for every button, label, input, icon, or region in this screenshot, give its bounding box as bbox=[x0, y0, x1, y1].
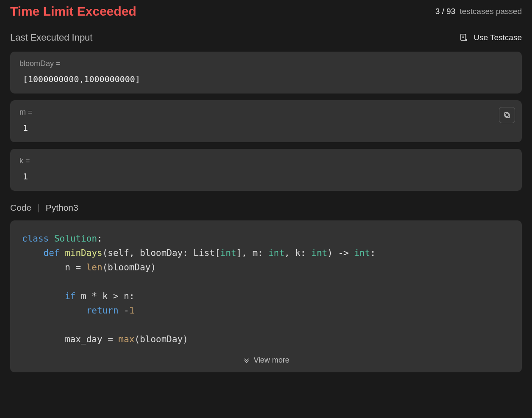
testcase-label: testcases passed bbox=[460, 7, 522, 16]
input-section-header: Last Executed Input Use Testcase bbox=[10, 32, 522, 43]
divider: | bbox=[37, 203, 39, 213]
input-label: m = bbox=[19, 108, 513, 117]
input-box: m =1 bbox=[10, 100, 522, 142]
use-testcase-label: Use Testcase bbox=[474, 33, 522, 42]
result-header: Time Limit Exceeded 3 / 93 testcases pas… bbox=[10, 4, 522, 19]
chevron-double-down-icon bbox=[243, 357, 250, 364]
svg-rect-1 bbox=[506, 114, 510, 118]
code-content: class Solution: def minDays(self, bloomD… bbox=[22, 231, 510, 346]
last-executed-input-title: Last Executed Input bbox=[10, 32, 92, 43]
code-box: class Solution: def minDays(self, bloomD… bbox=[10, 220, 522, 372]
copy-button[interactable] bbox=[499, 107, 515, 123]
input-value: [1000000000,1000000000] bbox=[19, 74, 513, 84]
testcase-icon bbox=[459, 33, 468, 42]
input-value: 1 bbox=[19, 171, 513, 182]
view-more-button[interactable]: View more bbox=[22, 354, 510, 366]
language-label: Python3 bbox=[46, 203, 78, 213]
input-label: k = bbox=[19, 157, 513, 165]
copy-icon bbox=[503, 111, 511, 119]
testcase-count: 3 / 93 bbox=[435, 7, 456, 16]
code-label: Code bbox=[10, 203, 31, 213]
input-box: k =1 bbox=[10, 149, 522, 191]
input-box: bloomDay =[1000000000,1000000000] bbox=[10, 52, 522, 94]
use-testcase-button[interactable]: Use Testcase bbox=[459, 33, 522, 42]
testcase-counter: 3 / 93 testcases passed bbox=[435, 7, 522, 16]
svg-rect-0 bbox=[461, 34, 466, 41]
code-label-row: Code | Python3 bbox=[10, 203, 522, 213]
svg-rect-2 bbox=[504, 113, 508, 116]
input-value: 1 bbox=[19, 123, 513, 133]
status-title: Time Limit Exceeded bbox=[10, 4, 136, 19]
view-more-label: View more bbox=[254, 354, 290, 366]
input-label: bloomDay = bbox=[19, 59, 513, 68]
